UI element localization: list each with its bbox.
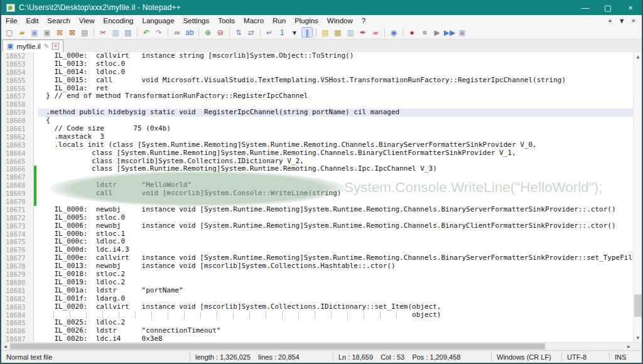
find-icon[interactable]: ∞ bbox=[171, 27, 183, 38]
status-insert-mode[interactable]: INS bbox=[609, 353, 642, 361]
vertical-scrollbar-thumb[interactable] bbox=[634, 294, 642, 317]
code-line: IL_0020: callvirt instance void [mscorli… bbox=[38, 303, 633, 311]
sync-vertical-icon[interactable]: ⇅ bbox=[233, 27, 244, 38]
print-icon[interactable]: ▤ bbox=[79, 27, 90, 38]
tab-label: myfile.il bbox=[16, 43, 40, 50]
vertical-scrollbar[interactable]: ▲ ▼ bbox=[633, 52, 642, 342]
menu-file[interactable]: File bbox=[1, 16, 22, 25]
sync-horizontal-icon[interactable]: ⇄ bbox=[246, 27, 257, 38]
scroll-up-arrow-icon[interactable]: ▲ bbox=[634, 52, 642, 61]
cut-icon[interactable]: ✂ bbox=[97, 27, 109, 38]
menu-settings[interactable]: Settings bbox=[179, 16, 214, 25]
zoom-out-icon[interactable]: ⊖ bbox=[215, 27, 226, 38]
code-line: object) bbox=[38, 311, 633, 319]
code-line: call void [mscorlib]System.Console::Writ… bbox=[38, 190, 633, 198]
line-number-gutter: 1865218653186541865518656186571865818659… bbox=[1, 52, 34, 342]
minimize-button[interactable]: — bbox=[574, 0, 597, 15]
copy-icon[interactable]: ▥ bbox=[110, 27, 121, 38]
undo-icon[interactable]: ↶ bbox=[141, 27, 152, 38]
line-number: 18672 bbox=[1, 214, 33, 222]
line-number: 18666 bbox=[1, 165, 33, 173]
close-doc-icon[interactable]: ⊠ bbox=[54, 27, 65, 38]
code-line: IL_002b: ldc.i4 0x3e8 bbox=[38, 335, 633, 342]
macro-record-icon[interactable]: ● bbox=[406, 27, 418, 38]
save-icon[interactable]: ▣ bbox=[29, 27, 40, 38]
close-all-icon[interactable]: ⊠ bbox=[67, 27, 78, 38]
macro-play-icon[interactable]: ▶ bbox=[431, 27, 443, 38]
scroll-left-arrow-icon[interactable]: ◄ bbox=[1, 343, 9, 350]
indent-guide-icon[interactable]: ∥ bbox=[301, 27, 313, 38]
code-line: IL_0000: newobj instance void [System.Ru… bbox=[38, 206, 633, 214]
line-number: 18682 bbox=[1, 295, 33, 303]
horizontal-scrollbar-thumb[interactable] bbox=[10, 343, 545, 350]
open-file-icon[interactable]: ▰ bbox=[16, 27, 28, 38]
dropdown-arrow-icon[interactable]: ▾ bbox=[289, 27, 300, 38]
scroll-right-arrow-icon[interactable]: ► bbox=[625, 343, 633, 350]
changed-lines-marker bbox=[34, 166, 36, 206]
tab-pin-icon[interactable]: ✎ bbox=[44, 43, 49, 50]
menu-view[interactable]: View bbox=[75, 16, 99, 25]
project-panel-icon[interactable]: ▰ bbox=[370, 27, 381, 38]
line-number: 18677 bbox=[1, 254, 33, 262]
menu-run[interactable]: Run bbox=[268, 16, 290, 25]
code-area[interactable]: System.Console.WriteLine("HelloWorld"); … bbox=[38, 52, 633, 342]
new-file-icon[interactable]: ▢ bbox=[4, 27, 15, 38]
line-number: 18671 bbox=[1, 206, 33, 214]
show-symbols-icon[interactable]: 1 bbox=[276, 27, 288, 38]
tab-list-button[interactable]: ▼ bbox=[619, 17, 625, 24]
redo-icon[interactable]: ↷ bbox=[153, 27, 165, 38]
monitoring-eye-icon[interactable]: ◉ bbox=[388, 27, 399, 38]
status-eol-format[interactable]: Windows (CR LF) bbox=[491, 353, 561, 361]
line-number: 18678 bbox=[1, 262, 33, 270]
toolbar-separator bbox=[137, 28, 138, 37]
scroll-down-arrow-icon[interactable]: ▼ bbox=[634, 333, 642, 342]
line-number: 18680 bbox=[1, 279, 33, 287]
export-icon[interactable]: ✒ bbox=[357, 27, 369, 38]
replace-icon[interactable]: ab bbox=[184, 27, 195, 38]
menu-encoding[interactable]: Encoding bbox=[99, 16, 138, 25]
code-line: IL_0019: ldloc.2 bbox=[38, 279, 633, 287]
line-number: 18662 bbox=[1, 133, 33, 141]
menu-edit[interactable]: Edit bbox=[22, 16, 43, 25]
horizontal-scrollbar[interactable]: ◄ ► bbox=[1, 342, 642, 350]
tab-myfile-il[interactable]: ▣ myfile.il ✎ × bbox=[3, 40, 63, 52]
close-tab-button[interactable]: × bbox=[632, 17, 635, 24]
line-number: 18687 bbox=[1, 335, 33, 342]
macro-save-icon[interactable]: ▣ bbox=[457, 27, 468, 38]
code-line-current: .method public hidebysig static void Reg… bbox=[38, 109, 633, 117]
macro-run-multi-icon[interactable]: ▶▶ bbox=[444, 27, 455, 38]
menu-plugins[interactable]: Plugins bbox=[290, 16, 323, 25]
toolbar-separator bbox=[198, 28, 199, 37]
maximize-button[interactable]: ▢ bbox=[597, 0, 619, 15]
menu-help[interactable]: ? bbox=[357, 16, 370, 25]
menu-language[interactable]: Language bbox=[138, 16, 178, 25]
menu-search[interactable]: Search bbox=[43, 16, 74, 25]
paste-icon[interactable]: ▤ bbox=[122, 27, 134, 38]
status-encoding[interactable]: UTF-8 bbox=[561, 353, 609, 361]
line-number: 18669 bbox=[1, 190, 33, 198]
menu-tools[interactable]: Tools bbox=[213, 16, 239, 25]
word-wrap-icon[interactable]: ↵ bbox=[264, 27, 275, 38]
line-number: 18686 bbox=[1, 327, 33, 335]
line-number: 18656 bbox=[1, 85, 33, 93]
code-line bbox=[38, 198, 633, 206]
doc-switcher-icon[interactable]: ▥ bbox=[345, 27, 356, 38]
save-all-icon[interactable]: ▣ bbox=[41, 27, 53, 38]
window-controls: — ▢ × bbox=[574, 0, 642, 15]
code-line: .locals init (class [System.Runtime.Remo… bbox=[38, 141, 633, 149]
code-line: class [System.Runtime.Remoting]System.Ru… bbox=[38, 165, 633, 173]
line-number: 18652 bbox=[1, 52, 33, 60]
function-list-icon[interactable]: ▤ bbox=[320, 27, 331, 38]
tab-close-icon[interactable]: × bbox=[52, 43, 59, 50]
macro-stop-icon[interactable]: ■ bbox=[419, 27, 430, 38]
new-tab-button[interactable]: + bbox=[608, 17, 612, 24]
menu-macro[interactable]: Macro bbox=[239, 16, 268, 25]
close-button[interactable]: × bbox=[619, 0, 642, 15]
line-number: 18660 bbox=[1, 117, 33, 125]
zoom-in-icon[interactable]: ⊕ bbox=[202, 27, 213, 38]
line-number: 18658 bbox=[1, 100, 33, 109]
doc-map-icon[interactable]: ▦ bbox=[332, 27, 343, 38]
code-line: // Code size 75 (0x4b) bbox=[38, 125, 633, 133]
code-line: IL_0015: call void Microsoft.VisualStudi… bbox=[38, 77, 633, 85]
menu-window[interactable]: Window bbox=[323, 16, 357, 25]
